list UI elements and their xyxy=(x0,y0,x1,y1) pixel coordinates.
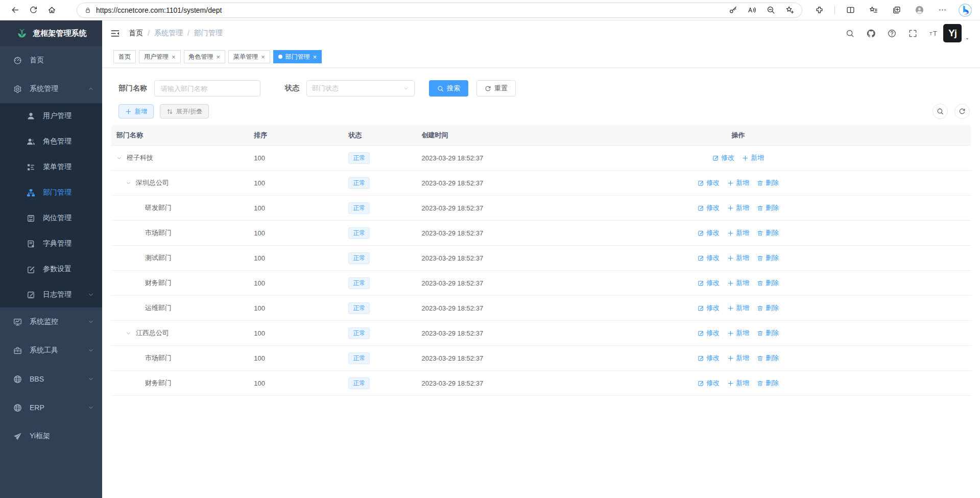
home-icon[interactable] xyxy=(44,3,59,18)
sidebar-item-yi[interactable]: Yi框架 xyxy=(0,422,102,450)
expand-collapse-button[interactable]: 展开/折叠 xyxy=(160,104,209,118)
add-link[interactable]: 新增 xyxy=(727,353,749,363)
favorites-bar-icon[interactable] xyxy=(866,3,881,18)
sidebar-item-dept[interactable]: 部门管理 xyxy=(0,180,102,205)
sidebar-item-bbs[interactable]: BBS xyxy=(0,365,102,393)
delete-link[interactable]: 删除 xyxy=(757,228,779,238)
sidebar-item-monitor[interactable]: 系统监控 xyxy=(0,307,102,336)
tab-角色管理[interactable]: 角色管理× xyxy=(184,50,226,63)
delete-link[interactable]: 删除 xyxy=(757,178,779,187)
sidebar-item-user[interactable]: 用户管理 xyxy=(0,103,102,129)
add-link[interactable]: 新增 xyxy=(727,328,749,338)
user-avatar-menu[interactable]: Yj xyxy=(943,24,970,42)
help-icon[interactable] xyxy=(886,28,897,39)
modify-link[interactable]: 修改 xyxy=(698,328,720,338)
modify-link[interactable]: 修改 xyxy=(698,253,720,263)
add-link[interactable]: 新增 xyxy=(727,378,749,388)
sidebar-item-label: 系统监控 xyxy=(30,317,88,326)
add-link[interactable]: 新增 xyxy=(727,178,749,187)
add-link[interactable]: 新增 xyxy=(742,153,764,162)
url-text[interactable]: https://ccnetcore.com:1101/system/dept xyxy=(96,6,728,14)
created-time-cell: 2023-03-29 18:52:37 xyxy=(416,254,567,262)
address-bar[interactable]: https://ccnetcore.com:1101/system/dept xyxy=(77,3,802,18)
sidebar-item-home[interactable]: 首页 xyxy=(0,46,102,75)
favorite-add-icon[interactable] xyxy=(784,5,795,15)
sidebar-item-post[interactable]: 岗位管理 xyxy=(0,205,102,231)
font-size-icon[interactable]: TT xyxy=(928,28,939,39)
delete-link[interactable]: 删除 xyxy=(757,353,779,363)
extensions-icon[interactable] xyxy=(811,3,827,18)
sidebar-item-log[interactable]: 日志管理 xyxy=(0,282,102,307)
bing-icon[interactable] xyxy=(958,3,973,18)
breadcrumb-system[interactable]: 系统管理 xyxy=(154,29,183,38)
modify-link[interactable]: 修改 xyxy=(698,228,720,238)
modify-link[interactable]: 修改 xyxy=(712,153,734,162)
reset-button[interactable]: 重置 xyxy=(476,80,516,97)
sidebar-item-erp[interactable]: ERP xyxy=(0,393,102,422)
expand-row-icon[interactable] xyxy=(116,155,127,161)
content: 部门名称 状态 部门状态 搜索 重置 新增 xyxy=(102,68,980,498)
add-link[interactable]: 新增 xyxy=(727,203,749,212)
close-tab-icon[interactable]: × xyxy=(172,54,176,60)
delete-link[interactable]: 删除 xyxy=(757,328,779,338)
back-icon[interactable] xyxy=(7,3,22,18)
close-tab-icon[interactable]: × xyxy=(313,54,317,60)
delete-link[interactable]: 删除 xyxy=(757,303,779,313)
actions-cell: 修改新增删除 xyxy=(567,278,971,288)
sidebar-item-role[interactable]: 角色管理 xyxy=(0,129,102,154)
search-button[interactable]: 搜索 xyxy=(429,80,468,97)
collapse-sidebar-icon[interactable] xyxy=(110,29,120,38)
close-tab-icon[interactable]: × xyxy=(217,54,221,60)
plus-icon xyxy=(727,330,734,337)
delete-link[interactable]: 删除 xyxy=(757,253,779,263)
add-link[interactable]: 新增 xyxy=(727,228,749,238)
status-select[interactable]: 部门状态 xyxy=(306,80,415,97)
split-screen-icon[interactable] xyxy=(843,3,858,18)
zoom-out-icon[interactable] xyxy=(766,5,776,15)
sidebar-item-system[interactable]: 系统管理 xyxy=(0,75,102,103)
status-cell: 正常 xyxy=(343,302,416,314)
add-link[interactable]: 新增 xyxy=(727,303,749,313)
delete-link[interactable]: 删除 xyxy=(757,378,779,388)
close-tab-icon[interactable]: × xyxy=(261,54,265,60)
tab-用户管理[interactable]: 用户管理× xyxy=(139,50,181,63)
dept-name: 深圳总公司 xyxy=(136,178,169,187)
modify-link[interactable]: 修改 xyxy=(698,353,720,363)
expand-row-icon[interactable] xyxy=(126,180,136,186)
add-button[interactable]: 新增 xyxy=(118,104,154,118)
sidebar-item-tools[interactable]: 系统工具 xyxy=(0,336,102,365)
github-icon[interactable] xyxy=(865,28,876,39)
refresh-table-button[interactable] xyxy=(954,104,970,119)
delete-link[interactable]: 删除 xyxy=(757,278,779,288)
add-link[interactable]: 新增 xyxy=(727,253,749,263)
expand-row-icon[interactable] xyxy=(126,330,136,336)
key-icon[interactable] xyxy=(728,5,738,15)
modify-link[interactable]: 修改 xyxy=(698,178,720,187)
breadcrumb-home[interactable]: 首页 xyxy=(129,29,143,38)
modify-link[interactable]: 修改 xyxy=(698,278,720,288)
more-icon[interactable] xyxy=(935,3,950,18)
read-aloud-icon[interactable] xyxy=(747,5,757,15)
search-icon[interactable] xyxy=(844,28,855,39)
tab-首页[interactable]: 首页 xyxy=(113,50,136,63)
dept-name-input[interactable] xyxy=(154,80,260,97)
show-search-button[interactable] xyxy=(933,104,948,119)
collections-icon[interactable] xyxy=(889,3,904,18)
delete-link[interactable]: 删除 xyxy=(757,203,779,212)
tab-部门管理[interactable]: 部门管理× xyxy=(273,50,322,63)
sidebar-item-param[interactable]: 参数设置 xyxy=(0,256,102,282)
avatar[interactable]: Yj xyxy=(943,24,962,42)
modify-link[interactable]: 修改 xyxy=(698,303,720,313)
fullscreen-icon[interactable] xyxy=(907,28,918,39)
sidebar-item-dict[interactable]: 字典管理 xyxy=(0,231,102,256)
delete-link-label: 删除 xyxy=(766,353,779,363)
tab-菜单管理[interactable]: 菜单管理× xyxy=(228,50,270,63)
modify-link[interactable]: 修改 xyxy=(698,203,720,212)
refresh-icon[interactable] xyxy=(26,3,41,18)
table-row: 江西总公司100正常2023-03-29 18:52:37修改新增删除 xyxy=(111,321,971,346)
modify-link[interactable]: 修改 xyxy=(698,378,720,388)
add-link[interactable]: 新增 xyxy=(727,278,749,288)
sidebar-item-menu[interactable]: 菜单管理 xyxy=(0,154,102,180)
dept-name-cell: 运维部门 xyxy=(111,303,249,313)
profile-icon[interactable] xyxy=(912,3,927,18)
